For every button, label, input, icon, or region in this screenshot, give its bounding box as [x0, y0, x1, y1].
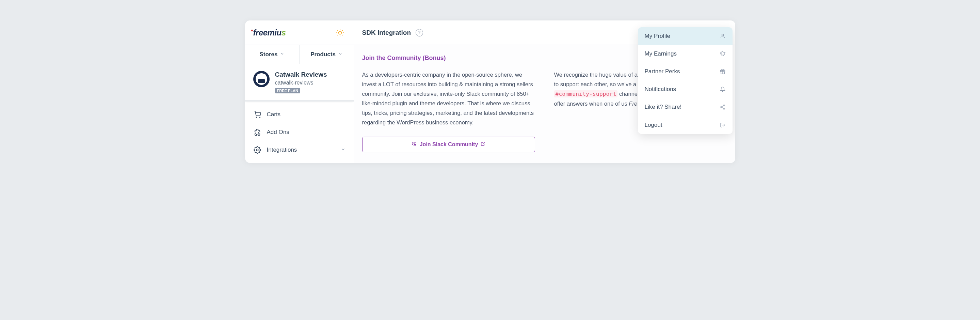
logout-icon	[720, 122, 726, 128]
page-title: SDK Integration	[362, 29, 411, 37]
nav-items: Carts Add Ons Integrations	[245, 102, 354, 163]
menu-item-logout[interactable]: Logout	[638, 116, 733, 134]
menu-item-label: Partner Perks	[645, 68, 680, 75]
product-card[interactable]: Catwalk Reviews catwalk-reviews FREE PLA…	[245, 64, 354, 102]
menu-item-notifications[interactable]: Notifications	[638, 80, 733, 98]
menu-item-share[interactable]: Like it? Share!	[638, 98, 733, 116]
svg-line-20	[722, 107, 723, 108]
logo[interactable]: freemius	[253, 28, 286, 37]
theme-toggle-button[interactable]	[335, 27, 345, 38]
chevron-down-icon	[341, 147, 345, 154]
product-info: Catwalk Reviews catwalk-reviews FREE PLA…	[275, 71, 327, 93]
join-slack-button[interactable]: Join Slack Community	[362, 137, 535, 152]
svg-point-13	[722, 34, 723, 36]
page-title-section: SDK Integration ?	[354, 29, 432, 37]
chevron-down-icon	[338, 52, 342, 57]
svg-point-9	[256, 117, 257, 118]
svg-point-11	[256, 149, 258, 151]
user-menu-dropdown: My Profile My Earnings Partner Perks Not…	[638, 27, 733, 134]
plan-badge: FREE PLAN	[275, 88, 300, 93]
help-button[interactable]: ?	[415, 29, 423, 37]
share-icon	[720, 104, 726, 110]
menu-item-label: My Earnings	[645, 50, 677, 57]
external-link-icon	[480, 141, 485, 147]
menu-item-perks[interactable]: Partner Perks	[638, 63, 733, 80]
sidebar-item-label: Integrations	[267, 147, 297, 154]
sidebar: Stores Products Catwalk Review	[245, 45, 354, 163]
paragraph: As a developers-centric company in the o…	[362, 70, 535, 127]
sidebar-item-label: Carts	[267, 111, 281, 118]
menu-item-label: Logout	[645, 122, 662, 128]
app-window: freemius SDK Integration ?	[245, 21, 735, 163]
svg-point-10	[259, 117, 260, 118]
bell-icon	[720, 86, 726, 92]
svg-point-18	[721, 106, 722, 108]
sun-icon	[336, 28, 344, 37]
menu-item-profile[interactable]: My Profile	[638, 27, 733, 45]
product-avatar	[253, 71, 270, 87]
svg-line-8	[342, 30, 343, 31]
tab-stores[interactable]: Stores	[245, 45, 299, 64]
button-label: Join Slack Community	[420, 141, 478, 147]
column-left: As a developers-centric company in the o…	[362, 70, 535, 152]
svg-line-12	[483, 142, 485, 144]
product-name: Catwalk Reviews	[275, 71, 327, 78]
svg-point-19	[723, 108, 725, 109]
tab-label: Stores	[260, 51, 278, 58]
menu-item-label: Like it? Share!	[645, 104, 682, 110]
svg-line-21	[722, 106, 723, 107]
code-channel: #community-support	[554, 90, 618, 98]
user-icon	[720, 33, 726, 39]
sidebar-item-integrations[interactable]: Integrations	[245, 141, 354, 159]
svg-line-4	[342, 35, 343, 35]
product-slug: catwalk-reviews	[275, 80, 327, 86]
menu-item-label: My Profile	[645, 33, 671, 40]
addon-icon	[253, 128, 261, 136]
svg-point-0	[338, 31, 341, 34]
menu-item-label: Notifications	[645, 86, 676, 93]
gear-icon	[253, 146, 261, 154]
sidebar-item-carts[interactable]: Carts	[245, 106, 354, 123]
svg-line-3	[337, 30, 338, 31]
piggy-bank-icon	[720, 51, 726, 57]
logo-section: freemius	[245, 21, 354, 45]
tab-products[interactable]: Products	[299, 45, 354, 64]
tabs-row: Stores Products	[245, 45, 354, 64]
gift-icon	[720, 69, 726, 75]
slack-icon	[412, 141, 417, 148]
sidebar-item-addons[interactable]: Add Ons	[245, 123, 354, 141]
sidebar-item-label: Add Ons	[267, 129, 290, 136]
svg-line-7	[337, 35, 338, 35]
chevron-down-icon	[280, 52, 284, 57]
tab-label: Products	[310, 51, 336, 58]
question-icon: ?	[418, 30, 421, 35]
menu-item-earnings[interactable]: My Earnings	[638, 45, 733, 63]
svg-point-17	[723, 105, 725, 106]
cart-icon	[253, 110, 261, 118]
